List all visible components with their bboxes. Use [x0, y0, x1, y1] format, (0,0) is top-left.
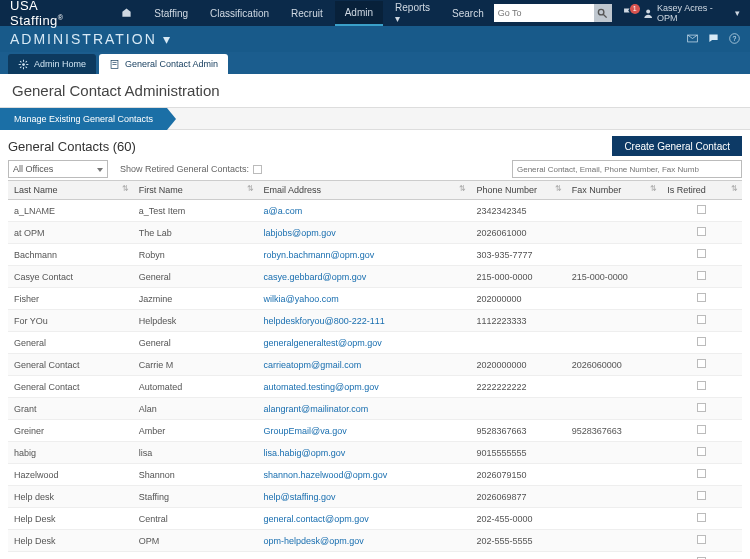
email-link[interactable]: help@staffing.gov — [264, 492, 336, 502]
retired-checkbox[interactable] — [697, 469, 706, 478]
col-retired[interactable]: Is Retired⇅ — [661, 181, 742, 200]
nav-reports[interactable]: Reports ▾ — [385, 0, 440, 30]
col-email[interactable]: Email Address⇅ — [258, 181, 471, 200]
retired-checkbox[interactable] — [697, 359, 706, 368]
cell-last: General Contact — [8, 376, 133, 398]
table-row[interactable]: HelpdeskTesttesthelpdesk@cpfb.gmail.com2… — [8, 552, 742, 560]
retired-checkbox[interactable] — [697, 227, 706, 236]
retired-checkbox[interactable] — [697, 381, 706, 390]
tab-label: Admin Home — [34, 59, 86, 69]
cell-phone: 2222222222 — [470, 376, 565, 398]
table-row[interactable]: GreinerAmberGroupEmail@va.gov95283676639… — [8, 420, 742, 442]
cell-email: casye.gebbard@opm.gov — [258, 266, 471, 288]
retired-checkbox[interactable] — [697, 403, 706, 412]
retired-checkbox[interactable] — [697, 535, 706, 544]
email-link[interactable]: a@a.com — [264, 206, 303, 216]
cell-last: Help desk — [8, 486, 133, 508]
email-link[interactable]: shannon.hazelwood@opm.gov — [264, 470, 388, 480]
retired-checkbox[interactable] — [697, 205, 706, 214]
table-row[interactable]: General ContactAutomatedautomated.testin… — [8, 376, 742, 398]
email-link[interactable]: automated.testing@opm.gov — [264, 382, 379, 392]
col-fax[interactable]: Fax Number⇅ — [566, 181, 661, 200]
show-retired-checkbox[interactable] — [253, 165, 262, 174]
table-row[interactable]: GrantAlanalangrant@mailinator.com — [8, 398, 742, 420]
email-link[interactable]: general.contact@opm.gov — [264, 514, 369, 524]
cell-phone: 1112223333 — [470, 310, 565, 332]
nav-staffing[interactable]: Staffing — [144, 2, 198, 25]
table-row[interactable]: Help DeskOPMopm-helpdesk@opm.gov202-555-… — [8, 530, 742, 552]
filter-input[interactable] — [513, 165, 741, 174]
table-row[interactable]: General ContactCarrie Mcarrieatopm@gmail… — [8, 354, 742, 376]
email-link[interactable]: GroupEmail@va.gov — [264, 426, 347, 436]
tab-bar: Admin HomeGeneral Contact Admin — [0, 52, 750, 74]
email-link[interactable]: robyn.bachmann@opm.gov — [264, 250, 375, 260]
retired-checkbox[interactable] — [697, 447, 706, 456]
email-link[interactable]: alangrant@mailinator.com — [264, 404, 369, 414]
nav-recruit[interactable]: Recruit — [281, 2, 333, 25]
table-row[interactable]: FisherJazminewilkia@yahoo.com202000000 — [8, 288, 742, 310]
table-row[interactable]: a_LNAMEa_Test Itema@a.com2342342345 — [8, 200, 742, 222]
cell-email: general.contact@opm.gov — [258, 508, 471, 530]
cell-email: generalgeneraltest@opm.gov — [258, 332, 471, 354]
table-row[interactable]: For YOuHelpdeskhelpdeskforyou@800-222-11… — [8, 310, 742, 332]
retired-checkbox[interactable] — [697, 491, 706, 500]
sort-icon[interactable]: ⇅ — [247, 184, 254, 193]
retired-checkbox[interactable] — [697, 249, 706, 258]
cell-phone: 212-123-1243 — [470, 552, 565, 560]
nav-search[interactable]: Search — [442, 2, 494, 25]
table-row[interactable]: at OPMThe Lablabjobs@opm.gov2026061000 — [8, 222, 742, 244]
table-row[interactable]: GeneralGeneralgeneralgeneraltest@opm.gov — [8, 332, 742, 354]
table-row[interactable]: HazelwoodShannonshannon.hazelwood@opm.go… — [8, 464, 742, 486]
col-first[interactable]: First Name⇅ — [133, 181, 258, 200]
nav-home[interactable] — [111, 1, 142, 26]
email-link[interactable]: helpdeskforyou@800-222-111 — [264, 316, 385, 326]
chevron-down-icon: ▾ — [163, 31, 172, 47]
retired-checkbox[interactable] — [697, 425, 706, 434]
table-row[interactable]: habiglisalisa.habig@opm.gov9015555555 — [8, 442, 742, 464]
filter-box[interactable] — [512, 160, 742, 178]
sort-icon[interactable]: ⇅ — [650, 184, 657, 193]
col-last[interactable]: Last Name⇅ — [8, 181, 133, 200]
retired-checkbox[interactable] — [697, 315, 706, 324]
email-link[interactable]: lisa.habig@opm.gov — [264, 448, 346, 458]
sort-icon[interactable]: ⇅ — [122, 184, 129, 193]
email-link[interactable]: carrieatopm@gmail.com — [264, 360, 362, 370]
retired-checkbox[interactable] — [697, 271, 706, 280]
goto-search[interactable] — [494, 4, 612, 22]
help-icon[interactable]: ? — [729, 33, 740, 46]
goto-input[interactable] — [494, 4, 594, 22]
chat-icon[interactable] — [708, 33, 719, 46]
nav-admin[interactable]: Admin — [335, 1, 383, 26]
table-row[interactable]: Help DeskCentralgeneral.contact@opm.gov2… — [8, 508, 742, 530]
email-link[interactable]: generalgeneraltest@opm.gov — [264, 338, 382, 348]
col-phone[interactable]: Phone Number⇅ — [470, 181, 565, 200]
sort-icon[interactable]: ⇅ — [555, 184, 562, 193]
email-link[interactable]: opm-helpdesk@opm.gov — [264, 536, 364, 546]
table-row[interactable]: Help deskStaffinghelp@staffing.gov202606… — [8, 486, 742, 508]
retired-checkbox[interactable] — [697, 293, 706, 302]
table-row[interactable]: Casye ContactGeneralcasye.gebbard@opm.go… — [8, 266, 742, 288]
table-row[interactable]: BachmannRobynrobyn.bachmann@opm.gov303-9… — [8, 244, 742, 266]
retired-checkbox[interactable] — [697, 513, 706, 522]
email-link[interactable]: wilkia@yahoo.com — [264, 294, 339, 304]
tab-general-contact-admin[interactable]: General Contact Admin — [99, 54, 228, 74]
office-select[interactable]: All Offices — [8, 160, 108, 178]
retired-checkbox[interactable] — [697, 337, 706, 346]
sort-icon[interactable]: ⇅ — [731, 184, 738, 193]
email-link[interactable]: casye.gebbard@opm.gov — [264, 272, 367, 282]
sort-icon[interactable]: ⇅ — [459, 184, 466, 193]
ribbon-tab-manage[interactable]: Manage Existing General Contacts — [0, 108, 167, 130]
show-retired-toggle[interactable]: Show Retired General Contacts: — [120, 164, 262, 174]
mail-icon[interactable] — [687, 33, 698, 46]
admin-section-menu[interactable]: ADMINISTRATION▾ — [10, 31, 172, 47]
nav-classification[interactable]: Classification — [200, 2, 279, 25]
goto-button[interactable] — [594, 4, 612, 22]
email-link[interactable]: labjobs@opm.gov — [264, 228, 336, 238]
brand-logo: USA Staffing® — [10, 0, 93, 28]
create-general-contact-button[interactable]: Create General Contact — [612, 136, 742, 156]
cell-first: Jazmine — [133, 288, 258, 310]
tab-admin-home[interactable]: Admin Home — [8, 54, 96, 74]
cell-retired — [661, 332, 742, 354]
notifications-button[interactable]: 1 — [618, 7, 637, 20]
user-menu[interactable]: Kasey Acres - OPM ▾ — [643, 3, 740, 23]
